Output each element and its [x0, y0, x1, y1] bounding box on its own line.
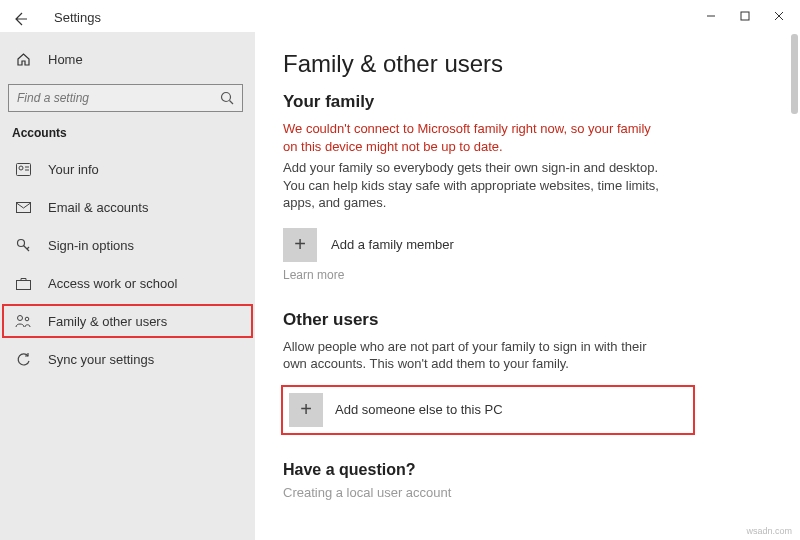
sidebar-section-title: Accounts	[0, 120, 255, 150]
person-card-icon	[12, 163, 34, 176]
sidebar: Settings Home Accounts Y	[0, 32, 255, 540]
family-description: Add your family so everybody gets their …	[283, 159, 663, 212]
sidebar-item-email-accounts[interactable]: Email & accounts	[0, 188, 255, 226]
svg-point-11	[17, 239, 24, 246]
home-icon	[12, 52, 34, 67]
add-other-user-button[interactable]: + Add someone else to this PC	[283, 387, 693, 433]
other-users-heading: Other users	[283, 310, 772, 330]
svg-rect-1	[741, 12, 749, 20]
svg-point-16	[25, 317, 29, 321]
plus-icon: +	[289, 393, 323, 427]
sync-icon	[12, 352, 34, 367]
main-pane: Family & other users Your family We coul…	[255, 32, 800, 540]
scrollbar-thumb[interactable]	[791, 34, 798, 114]
search-input[interactable]	[8, 84, 243, 112]
sidebar-item-label: Email & accounts	[48, 200, 148, 215]
search-icon	[220, 91, 234, 105]
question-link[interactable]: Creating a local user account	[283, 485, 772, 500]
close-button[interactable]	[762, 2, 796, 30]
sidebar-item-sync-settings[interactable]: Sync your settings	[0, 340, 255, 378]
page-title: Family & other users	[283, 50, 772, 78]
add-family-label: Add a family member	[331, 237, 454, 252]
sidebar-item-label: Family & other users	[48, 314, 167, 329]
home-nav[interactable]: Home	[0, 40, 255, 78]
key-icon	[12, 238, 34, 253]
sidebar-item-signin-options[interactable]: Sign-in options	[0, 226, 255, 264]
sidebar-item-family-other-users[interactable]: Family & other users	[0, 302, 255, 340]
add-other-user-label: Add someone else to this PC	[335, 402, 503, 417]
other-users-description: Allow people who are not part of your fa…	[283, 338, 663, 373]
minimize-button[interactable]	[694, 2, 728, 30]
family-heading: Your family	[283, 92, 772, 112]
add-family-member-button[interactable]: + Add a family member	[283, 228, 772, 262]
sidebar-item-your-info[interactable]: Your info	[0, 150, 255, 188]
svg-line-13	[27, 247, 29, 249]
titlebar	[0, 0, 800, 32]
svg-point-15	[18, 316, 23, 321]
svg-point-7	[19, 166, 23, 170]
mail-icon	[12, 202, 34, 213]
sidebar-item-label: Sync your settings	[48, 352, 154, 367]
sidebar-item-label: Access work or school	[48, 276, 177, 291]
search-field[interactable]	[17, 91, 220, 105]
briefcase-icon	[12, 277, 34, 290]
window-title: Settings	[0, 10, 101, 25]
svg-line-5	[230, 101, 234, 105]
home-label: Home	[48, 52, 83, 67]
learn-more-link[interactable]: Learn more	[283, 268, 772, 282]
svg-rect-14	[16, 280, 30, 289]
sidebar-item-access-work-school[interactable]: Access work or school	[0, 264, 255, 302]
plus-icon: +	[283, 228, 317, 262]
sidebar-item-label: Sign-in options	[48, 238, 134, 253]
svg-point-4	[222, 93, 231, 102]
watermark: wsadn.com	[746, 526, 792, 536]
sidebar-item-label: Your info	[48, 162, 99, 177]
maximize-button[interactable]	[728, 2, 762, 30]
people-icon	[12, 314, 34, 328]
family-error-text: We couldn't connect to Microsoft family …	[283, 120, 663, 155]
question-heading: Have a question?	[283, 461, 772, 479]
